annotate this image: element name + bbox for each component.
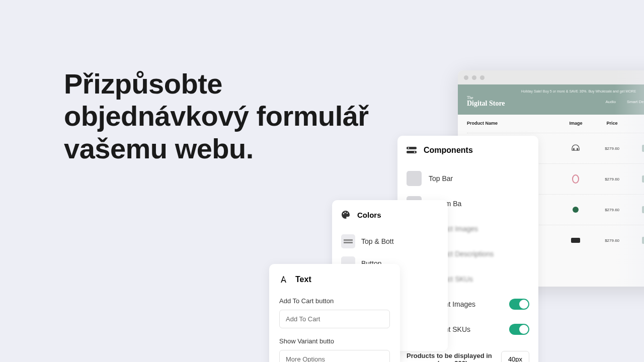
qty-minus-button[interactable]: − (642, 145, 644, 152)
store-header: Holiday Sale! Buy 5 or more & SAVE 30%. … (458, 84, 644, 115)
svg-point-8 (345, 212, 346, 213)
show-variant-input[interactable] (279, 350, 390, 362)
product-price: $279.60 (595, 146, 629, 151)
qty-minus-button[interactable]: − (642, 175, 644, 183)
svg-point-9 (347, 213, 348, 214)
panel-title: Components (424, 146, 473, 155)
components-icon (407, 147, 417, 154)
panel-title: Text (295, 275, 311, 284)
col-header-image: Image (556, 121, 596, 126)
add-to-cart-label: Add To Cart button (279, 297, 390, 305)
variant-images-toggle[interactable] (509, 299, 529, 310)
svg-point-1 (573, 207, 579, 213)
products-per-page-input[interactable] (501, 351, 529, 362)
product-image (570, 173, 582, 185)
add-to-cart-input[interactable] (279, 310, 390, 328)
products-per-page-label: Products to be displayed in one page (ma… (407, 352, 496, 363)
window-dot (472, 75, 476, 80)
store-banner: Holiday Sale! Buy 5 or more & SAVE 30%. … (467, 89, 644, 93)
store-menu-item[interactable]: Smart Devices (627, 100, 644, 104)
show-variant-label: Show Variant butto (279, 337, 390, 345)
product-image (570, 142, 582, 154)
browser-chrome (458, 70, 644, 84)
store-logo: The Digital Store (467, 96, 505, 108)
palette-icon (341, 210, 350, 219)
store-menu-item[interactable]: Audio (606, 100, 616, 104)
variant-skus-toggle[interactable] (509, 324, 529, 335)
text-icon (279, 275, 288, 284)
col-header-price: Price (595, 121, 629, 126)
component-item-top-bar[interactable]: Top Bar (407, 166, 529, 191)
color-item-top-bottom[interactable]: Top & Bott (341, 230, 439, 252)
product-price: $279.60 (595, 208, 629, 212)
qty-minus-button[interactable]: − (642, 206, 644, 213)
col-header-qty (629, 121, 644, 126)
qty-minus-button[interactable]: − (642, 237, 644, 244)
window-dot (464, 75, 468, 80)
product-image (570, 234, 582, 246)
window-dot (480, 75, 485, 80)
product-price: $279.60 (595, 238, 629, 243)
product-price: $279.60 (595, 177, 629, 182)
svg-point-6 (414, 151, 415, 152)
svg-point-5 (408, 147, 409, 148)
svg-point-0 (573, 175, 579, 183)
panel-title: Colors (357, 211, 381, 219)
store-menu: Audio Smart Devices Smart Devices (606, 100, 645, 104)
product-image (570, 204, 582, 216)
col-header-name: Product Name (467, 121, 556, 126)
svg-point-7 (343, 213, 344, 214)
text-panel: Text Add To Cart button Show Variant but… (269, 264, 400, 362)
svg-rect-2 (571, 238, 580, 243)
hero-title: Přizpůsobte objednávkový formulář vašemu… (64, 68, 391, 165)
